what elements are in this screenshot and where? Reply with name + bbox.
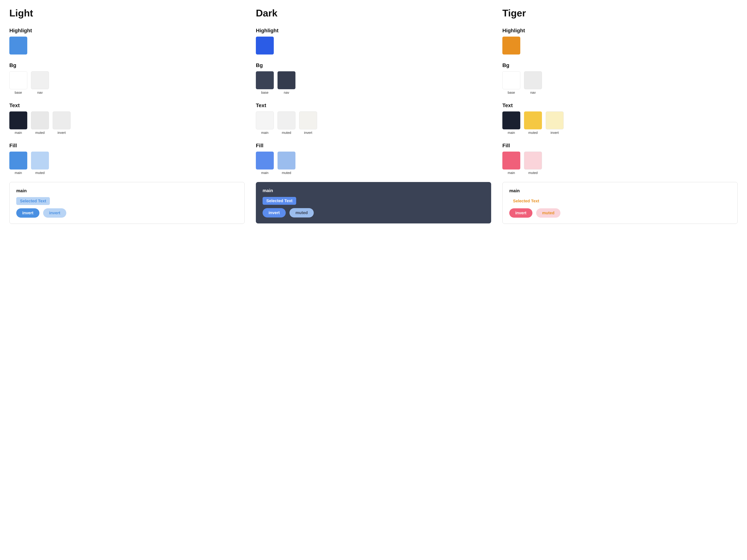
swatch-label-tiger-text-muted: muted [528,131,538,135]
dark-title: Dark [256,7,491,19]
swatch-color-light-fill-main [9,152,27,169]
swatch-label-dark-bg-nav: nav [284,91,289,95]
swatch-color-light-bg-nav [31,71,49,89]
dark-fill-label: Fill [256,142,491,149]
dark-fill-row: mainmuted [256,152,491,175]
swatch-color-light-text-invert [53,111,71,129]
dark-text-label: Text [256,103,491,108]
swatch-color-dark-fill-main [256,152,274,169]
swatch-label-tiger-bg-nav: nav [530,91,536,95]
swatch-label-dark-text-muted: muted [282,131,291,135]
dark-preview-label: main [263,188,484,193]
tiger-preview-btn-1[interactable]: muted [536,208,561,218]
light-fill-section: Fillmainmuted [9,138,244,177]
tiger-fill-section: Fillmainmuted [503,138,738,177]
swatch-color-tiger-bg-base [503,71,520,89]
swatch-item-light-text-muted: muted [31,111,49,135]
dark-preview-btn-1[interactable]: muted [289,208,314,217]
dark-preview-btn-0[interactable]: invert [263,208,286,217]
swatch-dark-highlight-color [256,36,274,54]
swatch-color-dark-text-invert [299,111,317,129]
swatch-label-light-text-main: main [15,131,22,135]
swatch-light-highlight-color [9,36,27,54]
light-highlight-row [9,36,244,54]
swatch-label-tiger-text-invert: invert [550,131,559,135]
swatch-color-dark-text-muted [278,111,295,129]
dark-text-section: Textmainmutedinvert [256,98,491,136]
tiger-highlight-section: Highlight [503,23,738,56]
swatch-item-tiger-text-main: main [503,111,520,135]
swatch-label-dark-fill-muted: muted [282,171,291,175]
swatch-tiger-highlight-color [503,36,520,54]
light-preview-label: main [16,188,238,193]
swatch-item-light-bg-nav: nav [31,71,49,95]
light-bg-section: Bgbasenav [9,58,244,96]
light-preview-btn-1[interactable]: invert [43,208,66,218]
swatch-item-tiger-text-muted: muted [524,111,542,135]
light-selected-text-span: Selected Text [16,197,50,205]
tiger-text-row: mainmutedinvert [503,111,738,135]
light-fill-row: mainmuted [9,152,244,175]
tiger-text-label: Text [503,103,738,108]
swatch-item-dark-bg-base: base [256,71,274,95]
dark-fill-section: Fillmainmuted [256,138,491,177]
tiger-preview-box: mainSelected Textinvertmuted [503,182,738,224]
swatch-item-dark-bg-nav: nav [278,71,295,95]
swatch-label-dark-text-main: main [261,131,268,135]
swatch-label-light-text-muted: muted [35,131,45,135]
swatch-item-tiger-fill-muted: muted [524,152,542,175]
dark-selected-text-span: Selected Text [263,197,296,205]
swatch-item-dark-text-muted: muted [278,111,295,135]
tiger-preview-btn-0[interactable]: invert [509,208,533,218]
swatch-item-light-text-invert: invert [53,111,71,135]
light-preview-btn-0[interactable]: invert [16,208,40,218]
theme-column-tiger: TigerHighlightBgbasenavTextmainmutedinve… [503,7,738,226]
swatch-label-light-bg-nav: nav [37,91,43,95]
swatch-label-dark-fill-main: main [261,171,268,175]
swatch-color-tiger-fill-muted [524,152,542,169]
dark-selected-text: Selected Text [263,197,484,208]
tiger-bg-section: Bgbasenav [503,58,738,96]
swatch-item-light-fill-muted: muted [31,152,49,175]
tiger-fill-label: Fill [503,142,738,149]
swatch-item-tiger-text-invert: invert [546,111,564,135]
swatch-label-light-fill-muted: muted [35,171,45,175]
swatch-color-light-text-muted [31,111,49,129]
swatch-item-tiger-bg-nav: nav [524,71,542,95]
tiger-highlight-label: Highlight [503,28,738,34]
themes-container: LightHighlightBgbasenavTextmainmutedinve… [9,7,738,226]
light-text-row: mainmutedinvert [9,111,244,135]
swatch-label-tiger-fill-main: main [508,171,515,175]
swatch-label-tiger-bg-base: base [508,91,515,95]
swatch-color-tiger-text-main [503,111,520,129]
swatch-item-light-highlight [9,36,27,54]
tiger-highlight-row [503,36,738,54]
swatch-color-light-fill-muted [31,152,49,169]
swatch-color-tiger-text-invert [546,111,564,129]
theme-column-dark: DarkHighlightBgbasenavTextmainmutedinver… [256,7,491,226]
light-title: Light [9,7,244,19]
dark-text-row: mainmutedinvert [256,111,491,135]
dark-bg-section: Bgbasenav [256,58,491,96]
swatch-color-tiger-bg-nav [524,71,542,89]
swatch-item-dark-text-invert: invert [299,111,317,135]
swatch-item-light-bg-base: base [9,71,27,95]
swatch-item-tiger-fill-main: main [503,152,520,175]
dark-bg-row: basenav [256,71,491,95]
swatch-item-tiger-bg-base: base [503,71,520,95]
dark-highlight-row [256,36,491,54]
swatch-label-light-bg-base: base [15,91,22,95]
swatch-color-dark-bg-nav [278,71,295,89]
swatch-item-dark-highlight [256,36,274,54]
swatch-label-dark-text-invert: invert [304,131,312,135]
light-selected-text: Selected Text [16,197,238,208]
light-highlight-label: Highlight [9,28,244,34]
swatch-item-tiger-highlight [503,36,520,54]
dark-buttons-row: invertmuted [263,208,484,217]
swatch-label-light-text-invert: invert [57,131,66,135]
dark-highlight-label: Highlight [256,28,491,34]
tiger-buttons-row: invertmuted [509,208,731,218]
swatch-label-dark-bg-base: base [261,91,268,95]
swatch-color-tiger-text-muted [524,111,542,129]
tiger-selected-text-span: Selected Text [509,197,543,205]
